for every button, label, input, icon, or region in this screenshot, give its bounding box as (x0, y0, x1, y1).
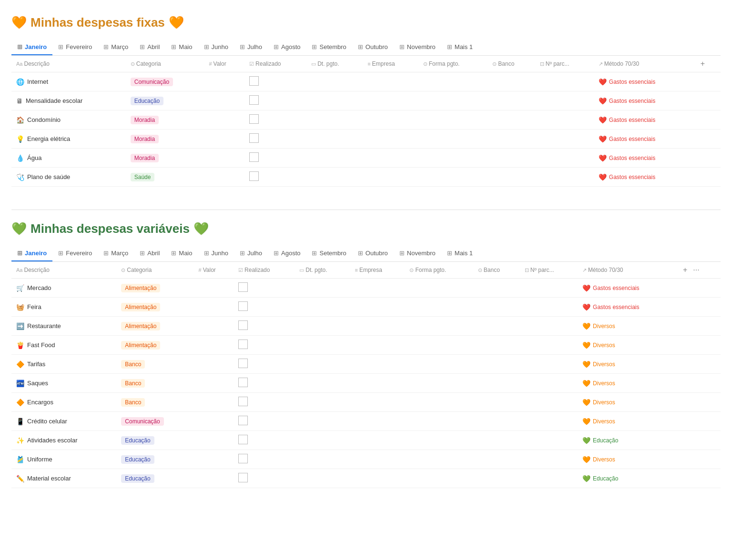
realizado-checkbox[interactable] (249, 95, 259, 105)
realizado-checkbox[interactable] (238, 359, 248, 368)
row-icon: 🌐 (16, 78, 24, 86)
cell-actions (694, 72, 721, 91)
realizado-checkbox[interactable] (238, 435, 248, 444)
realizado-checkbox[interactable] (249, 114, 259, 124)
category-badge[interactable]: Alimentação (121, 322, 160, 330)
realizado-checkbox[interactable] (238, 301, 248, 311)
table-row: 🌐InternetComunicação❤️Gastos essenciais (11, 72, 721, 91)
realizado-checkbox[interactable] (249, 133, 259, 143)
cell-category: Educação (126, 91, 204, 110)
row-description: Mensalidade escolar (26, 97, 82, 104)
tab-maio[interactable]: ⊞Maio (165, 40, 198, 55)
cell-banco (473, 336, 520, 355)
category-badge[interactable]: Educação (131, 97, 163, 105)
tab-março[interactable]: ⊞Março (98, 40, 134, 55)
realizado-checkbox[interactable] (238, 320, 248, 330)
tab-setembro[interactable]: ⊞Setembro (306, 246, 352, 261)
tab-julho[interactable]: ⊞Julho (234, 40, 268, 55)
col-header-banco: ⊙Banco (473, 262, 520, 279)
category-badge[interactable]: Educação (121, 436, 154, 445)
tab-janeiro[interactable]: ⊞Janeiro (11, 246, 52, 261)
col-icon: ≡ (355, 267, 357, 273)
category-badge[interactable]: Educação (121, 455, 154, 464)
tab-junho[interactable]: ⊞Junho (198, 40, 234, 55)
tabs-bar-2: ⊞Janeiro⊞Fevereiro⊞Março⊞Abril⊞Maio⊞Junh… (11, 246, 721, 262)
realizado-checkbox[interactable] (249, 171, 259, 181)
tab-agosto[interactable]: ⊞Agosto (268, 246, 306, 261)
tab-novembro[interactable]: ⊞Novembro (394, 40, 441, 55)
tab-mais-1[interactable]: ⊞Mais 1 (441, 246, 478, 261)
tab-label: Julho (247, 250, 262, 257)
cell-valor (194, 393, 234, 412)
tab-novembro[interactable]: ⊞Novembro (394, 246, 441, 261)
fixed-expenses-table: AaDescrição⊙Categoria#Valor☑Realizado▭Dt… (11, 56, 721, 187)
cell-actions (694, 110, 721, 130)
category-badge[interactable]: Banco (121, 379, 145, 388)
tab-grid-icon: ⊞ (312, 250, 317, 257)
tab-abril[interactable]: ⊞Abril (134, 40, 165, 55)
category-badge[interactable]: Comunicação (131, 78, 173, 86)
more-options-button[interactable]: ··· (691, 266, 701, 274)
category-badge[interactable]: Moradia (131, 116, 159, 124)
table-row: 🩺Plano de saúdeSaúde❤️Gastos essenciais (11, 168, 721, 187)
method-label: Educação (593, 437, 618, 444)
cell-description: 🏠Condomínio (11, 110, 126, 130)
category-badge[interactable]: Alimentação (121, 303, 160, 311)
tab-agosto[interactable]: ⊞Agosto (268, 40, 306, 55)
cell-banco (473, 298, 520, 317)
tab-abril[interactable]: ⊞Abril (134, 246, 165, 261)
tab-fevereiro[interactable]: ⊞Fevereiro (52, 246, 98, 261)
col-header-banco: ⊙Banco (488, 56, 535, 72)
realizado-checkbox[interactable] (249, 76, 259, 86)
cell-empresa (350, 431, 405, 450)
cell-actions (676, 412, 721, 431)
add-row-button[interactable]: + (681, 266, 689, 274)
tab-julho[interactable]: ⊞Julho (234, 246, 268, 261)
cell-num-parc (535, 91, 594, 110)
add-row-button[interactable]: + (699, 60, 707, 68)
realizado-checkbox[interactable] (238, 397, 248, 406)
tab-setembro[interactable]: ⊞Setembro (306, 40, 352, 55)
category-badge[interactable]: Banco (121, 398, 145, 407)
tab-mais-1[interactable]: ⊞Mais 1 (441, 40, 478, 55)
cell-num-parc (535, 72, 594, 91)
tab-janeiro[interactable]: ⊞Janeiro (11, 40, 52, 55)
realizado-checkbox[interactable] (238, 340, 248, 349)
cell-realizado (234, 336, 295, 355)
tab-fevereiro[interactable]: ⊞Fevereiro (52, 40, 98, 55)
row-description: Condomínio (27, 116, 61, 123)
cell-num-parc (520, 393, 578, 412)
category-badge[interactable]: Moradia (131, 135, 159, 143)
cell-forma-pgto (405, 279, 473, 298)
tab-junho[interactable]: ⊞Junho (198, 246, 234, 261)
tab-março[interactable]: ⊞Março (98, 246, 134, 261)
realizado-checkbox[interactable] (238, 378, 248, 387)
category-badge[interactable]: Banco (121, 360, 145, 369)
realizado-checkbox[interactable] (238, 416, 248, 425)
cell-metodo: ❤️Gastos essenciais (594, 91, 694, 110)
cell-metodo: 🧡Diversos (578, 393, 676, 412)
category-badge[interactable]: Alimentação (121, 341, 160, 350)
cell-actions (676, 469, 721, 488)
tab-maio[interactable]: ⊞Maio (165, 246, 198, 261)
cell-banco (473, 412, 520, 431)
category-badge[interactable]: Alimentação (121, 284, 160, 292)
table-row: ✏️Material escolarEducação💚Educação (11, 469, 721, 488)
realizado-checkbox[interactable] (238, 473, 248, 482)
realizado-checkbox[interactable] (238, 282, 248, 292)
category-badge[interactable]: Saúde (131, 173, 155, 181)
cell-category: Alimentação (116, 336, 193, 355)
heart-right-1: 🧡 (169, 15, 184, 30)
cell-metodo: ❤️Gastos essenciais (594, 168, 694, 187)
realizado-checkbox[interactable] (249, 152, 259, 162)
category-badge[interactable]: Educação (121, 474, 154, 483)
tab-outubro[interactable]: ⊞Outubro (352, 40, 394, 55)
cell-forma-pgto (405, 336, 473, 355)
cell-forma-pgto (405, 431, 473, 450)
realizado-checkbox[interactable] (238, 454, 248, 463)
tab-outubro[interactable]: ⊞Outubro (352, 246, 394, 261)
heart-left-2: 💚 (11, 221, 27, 236)
category-badge[interactable]: Comunicação (121, 417, 163, 426)
category-badge[interactable]: Moradia (131, 154, 159, 162)
tab-label: Mais 1 (455, 250, 473, 257)
